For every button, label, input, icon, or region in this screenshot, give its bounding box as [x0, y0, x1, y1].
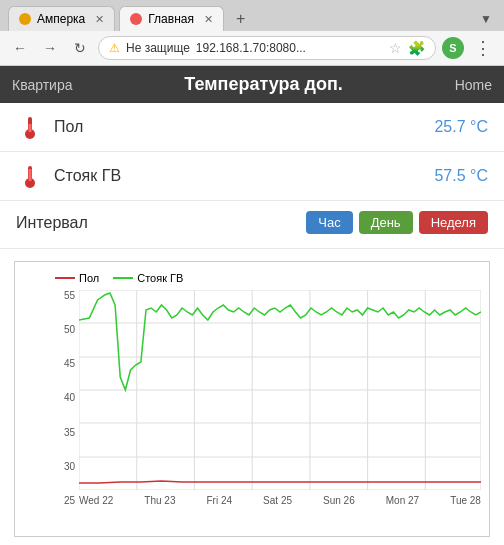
- sensor-value-stoyak: 57.5 °C: [434, 167, 488, 185]
- y-label-45: 45: [55, 358, 75, 369]
- y-label-25: 25: [55, 495, 75, 506]
- legend-line-stoyak: [113, 277, 133, 279]
- legend-label-stoyak: Стояк ГВ: [137, 272, 183, 284]
- tab-label-amperka: Амперка: [37, 12, 85, 26]
- app-nav: Квартира Температура доп. Home: [0, 66, 504, 103]
- sensor-name-pol: Пол: [54, 118, 83, 136]
- legend-label-pol: Пол: [79, 272, 99, 284]
- thermometer-icon-pol: [16, 113, 44, 141]
- sensor-left-pol: Пол: [16, 113, 83, 141]
- address-bar[interactable]: ⚠ Не защище 192.168.1.70:8080... ☆ 🧩: [98, 36, 436, 60]
- svg-rect-5: [29, 169, 32, 181]
- reload-button[interactable]: ↻: [68, 36, 92, 60]
- tab-favicon-glavnaya: [130, 13, 142, 25]
- interval-label: Интервал: [16, 214, 88, 232]
- svg-rect-2: [29, 124, 32, 132]
- sensor-name-stoyak: Стояк ГВ: [54, 167, 121, 185]
- chart-svg-container: Wed 22 Thu 23 Fri 24 Sat 25 Sun 26 Mon 2…: [79, 290, 481, 506]
- y-label-50: 50: [55, 324, 75, 335]
- forward-button[interactable]: →: [38, 36, 62, 60]
- x-label-tue28: Tue 28: [450, 495, 481, 506]
- tab-label-glavnaya: Главная: [148, 12, 194, 26]
- interval-btn-day[interactable]: День: [359, 211, 413, 234]
- tab-amperka[interactable]: Амперка ✕: [8, 6, 115, 31]
- legend-line-pol: [55, 277, 75, 279]
- sensor-row-pol: Пол 25.7 °C: [0, 103, 504, 152]
- tab-overflow-button[interactable]: ▼: [476, 8, 496, 30]
- tab-favicon-amperka: [19, 13, 31, 25]
- sensor-row-stoyak: Стояк ГВ 57.5 °C: [0, 152, 504, 201]
- y-label-35: 35: [55, 427, 75, 438]
- x-label-fri24: Fri 24: [207, 495, 233, 506]
- lock-icon: ⚠: [109, 41, 120, 55]
- sensor-value-pol: 25.7 °C: [434, 118, 488, 136]
- x-label-thu23: Thu 23: [144, 495, 175, 506]
- app-nav-title: Температура доп.: [184, 74, 342, 95]
- tab-close-glavnaya[interactable]: ✕: [204, 13, 213, 26]
- app-content: Квартира Температура доп. Home Пол 25.7 …: [0, 66, 504, 545]
- chart-legend: Пол Стояк ГВ: [55, 272, 481, 284]
- thermometer-icon-stoyak: [16, 162, 44, 190]
- tab-close-amperka[interactable]: ✕: [95, 13, 104, 26]
- y-label-40: 40: [55, 392, 75, 403]
- x-label-sat25: Sat 25: [263, 495, 292, 506]
- y-label-55: 55: [55, 290, 75, 301]
- browser-chrome: Амперка ✕ Главная ✕ + ▼ ← → ↻ ⚠ Не защищ…: [0, 0, 504, 66]
- user-avatar[interactable]: S: [442, 37, 464, 59]
- x-axis: Wed 22 Thu 23 Fri 24 Sat 25 Sun 26 Mon 2…: [79, 495, 481, 506]
- sensor-left-stoyak: Стояк ГВ: [16, 162, 121, 190]
- y-axis: 55 50 45 40 35 30 25: [55, 290, 79, 506]
- interval-btn-hour[interactable]: Час: [306, 211, 352, 234]
- extensions-icon[interactable]: 🧩: [408, 40, 425, 56]
- lock-label: Не защище: [126, 41, 190, 55]
- legend-pol: Пол: [55, 272, 99, 284]
- tab-glavnaya[interactable]: Главная ✕: [119, 6, 224, 31]
- app-nav-left[interactable]: Квартира: [12, 77, 73, 93]
- chart-area: 55 50 45 40 35 30 25: [55, 290, 481, 506]
- x-label-mon27: Mon 27: [386, 495, 419, 506]
- tab-bar: Амперка ✕ Главная ✕ + ▼: [0, 0, 504, 31]
- chart-container: Пол Стояк ГВ 55 50 45 40 35 30 25: [14, 261, 490, 537]
- x-label-wed22: Wed 22: [79, 495, 113, 506]
- nav-bar: ← → ↻ ⚠ Не защище 192.168.1.70:8080... ☆…: [0, 31, 504, 65]
- y-label-30: 30: [55, 461, 75, 472]
- interval-buttons: Час День Неделя: [306, 211, 488, 234]
- address-text: 192.168.1.70:8080...: [196, 41, 383, 55]
- interval-btn-week[interactable]: Неделя: [419, 211, 488, 234]
- x-label-sun26: Sun 26: [323, 495, 355, 506]
- new-tab-button[interactable]: +: [228, 8, 253, 30]
- app-nav-right[interactable]: Home: [455, 77, 492, 93]
- bookmark-icon[interactable]: ☆: [389, 40, 402, 56]
- interval-row: Интервал Час День Неделя: [0, 201, 504, 249]
- legend-stoyak: Стояк ГВ: [113, 272, 183, 284]
- browser-menu-button[interactable]: ⋮: [470, 37, 496, 59]
- chart-svg: [79, 290, 481, 490]
- back-button[interactable]: ←: [8, 36, 32, 60]
